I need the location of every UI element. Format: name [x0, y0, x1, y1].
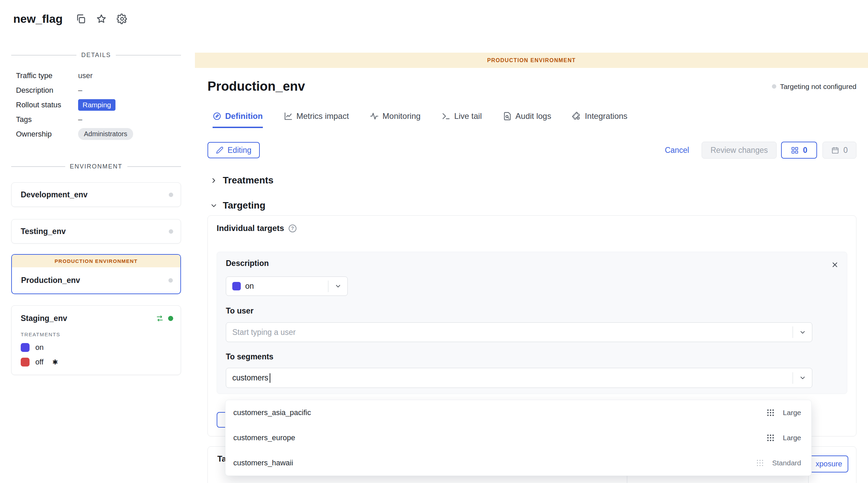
edit-circle-icon: [213, 112, 221, 121]
chevron-down-icon[interactable]: [793, 374, 812, 381]
grid-icon: [791, 146, 799, 154]
sidebar: DETAILS Traffic type user Description – …: [11, 52, 181, 375]
treatment-name: on: [35, 343, 43, 352]
status-text: Targeting not configured: [780, 83, 856, 91]
env-status-dot: [169, 193, 173, 197]
individual-targets-title: Individual targets: [217, 223, 284, 233]
targeting-section-label: Targeting: [223, 200, 265, 211]
treatment-select[interactable]: on: [226, 276, 348, 296]
gear-icon[interactable]: [117, 14, 127, 24]
segment-size-label: Large: [783, 409, 801, 417]
review-changes-button[interactable]: Review changes: [702, 142, 777, 159]
activity-icon: [370, 112, 379, 121]
treatment-color-swatch: [232, 282, 241, 290]
chevron-right-icon: [210, 177, 218, 184]
detail-value: user: [78, 71, 93, 80]
user-input[interactable]: Start typing a user: [226, 322, 812, 342]
chevron-down-icon: [210, 202, 218, 210]
ownership-pill[interactable]: Administrators: [78, 128, 133, 140]
targeting-section-header[interactable]: Targeting: [210, 200, 868, 211]
app: new_flag DETAILS Traffic type user Descr…: [0, 0, 868, 483]
tab-integrations[interactable]: Integrations: [572, 111, 627, 128]
env-card-development[interactable]: Development_env: [11, 182, 181, 207]
detail-label: Ownership: [16, 130, 78, 139]
production-env-banner: PRODUCTION ENVIRONMENT: [12, 255, 180, 267]
grid-count-button[interactable]: 0: [781, 142, 817, 159]
default-treatment-icon: ✱: [52, 358, 58, 366]
segment-size-label: Standard: [772, 459, 801, 467]
detail-row-rollout-status: Rollout status Ramping: [11, 97, 181, 112]
detail-label: Traffic type: [16, 71, 78, 80]
targeting-status: Targeting not configured: [772, 83, 856, 91]
segment-option-europe[interactable]: customers_europe Large: [225, 425, 811, 450]
segments-input-value: customers: [232, 373, 268, 382]
chevron-down-icon[interactable]: [793, 329, 812, 336]
tab-label: Audit logs: [516, 111, 551, 121]
detail-label: Tags: [16, 115, 78, 124]
divider: [116, 55, 181, 55]
detail-row-tags: Tags –: [11, 112, 181, 127]
env-card-staging[interactable]: Staging_env TREATMENTS on off ✱: [11, 305, 181, 375]
treatment-color-swatch: [21, 358, 30, 366]
chevron-down-icon[interactable]: [328, 283, 347, 290]
segment-name: customers_asia_pacific: [233, 408, 311, 417]
segment-option-asia-pacific[interactable]: customers_asia_pacific Large: [225, 400, 811, 425]
detail-value: –: [78, 86, 82, 95]
tab-definition[interactable]: Definition: [213, 111, 263, 128]
details-heading-label: DETAILS: [81, 52, 111, 59]
divider: [11, 55, 76, 55]
divider: [11, 166, 65, 167]
tab-label: Definition: [225, 111, 263, 121]
env-name: Development_env: [21, 190, 88, 199]
env-status-dot: [169, 229, 173, 234]
segment-name: customers_hawaii: [233, 459, 293, 467]
tab-live-tail[interactable]: Live tail: [441, 111, 482, 128]
close-icon[interactable]: [831, 261, 839, 269]
audit-log-icon: [503, 112, 512, 121]
tab-monitoring[interactable]: Monitoring: [370, 111, 420, 128]
rollout-status-badge: Ramping: [78, 99, 115, 111]
segment-name: customers_europe: [233, 433, 295, 442]
env-name: Testing_env: [21, 227, 66, 236]
individual-targets-header: Individual targets ?: [208, 216, 856, 233]
editing-button[interactable]: Editing: [207, 142, 260, 158]
environment-heading-label: ENVIRONMENT: [70, 163, 123, 170]
exposure-button-label: xposure: [816, 460, 842, 468]
detail-label: Rollout status: [16, 101, 78, 109]
details-list: Traffic type user Description – Rollout …: [11, 68, 181, 141]
segment-size-large-icon: [766, 408, 775, 417]
env-card-testing[interactable]: Testing_env: [11, 219, 181, 244]
segment-size-standard-icon: [756, 459, 764, 467]
calendar-count-button[interactable]: 0: [822, 142, 856, 159]
cancel-link[interactable]: Cancel: [665, 146, 689, 155]
chart-icon: [284, 112, 293, 121]
segments-input[interactable]: customers: [226, 368, 812, 388]
environment-header: Production_env Targeting not configured: [207, 79, 856, 94]
divider: [127, 166, 181, 167]
tab-audit-logs[interactable]: Audit logs: [503, 111, 551, 128]
tab-metrics-impact[interactable]: Metrics impact: [284, 111, 349, 128]
help-icon[interactable]: ?: [289, 225, 296, 232]
treatment-row-on: on: [21, 343, 173, 352]
individual-target-panel: Description on To user Start typing a us…: [217, 252, 847, 394]
segment-option-hawaii[interactable]: customers_hawaii Standard: [225, 450, 811, 476]
to-segments-label: To segments: [226, 352, 273, 361]
copy-icon[interactable]: [75, 14, 86, 24]
to-user-label: To user: [226, 306, 253, 316]
treatments-section-header[interactable]: Treatments: [210, 175, 868, 186]
edit-toolbar: Editing Cancel Review changes 0 0: [207, 142, 856, 159]
detail-row-ownership: Ownership Administrators: [11, 127, 181, 141]
env-name: Staging_env: [21, 314, 67, 323]
treatments-section-label: Treatments: [223, 175, 273, 186]
treatment-select-value: on: [245, 282, 254, 291]
star-icon[interactable]: [96, 14, 107, 24]
terminal-icon: [441, 112, 450, 121]
calendar-icon: [831, 146, 839, 154]
segment-size-large-icon: [766, 433, 775, 442]
description-label: Description: [226, 259, 269, 268]
production-environment-banner: PRODUCTION ENVIRONMENT: [195, 53, 868, 68]
user-input-placeholder: Start typing a user: [232, 328, 296, 337]
env-card-production[interactable]: PRODUCTION ENVIRONMENT Production_env: [11, 254, 181, 294]
toolbar-right-actions: Cancel Review changes 0 0: [665, 142, 856, 159]
environment-heading: ENVIRONMENT: [11, 163, 181, 170]
